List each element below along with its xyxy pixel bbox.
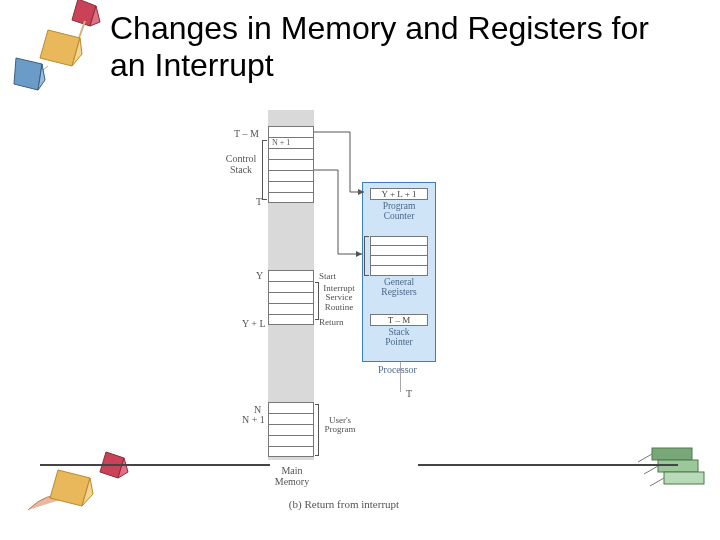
mem-slot xyxy=(268,303,314,314)
pc-label: Program Counter xyxy=(374,202,424,222)
mem-slot xyxy=(268,159,314,170)
mem-slot xyxy=(268,435,314,446)
label-isr: Interrupt Service Routine xyxy=(319,284,359,312)
mem-slot xyxy=(268,402,314,413)
mem-slot xyxy=(268,292,314,303)
mem-slot xyxy=(268,424,314,435)
svg-line-16 xyxy=(644,466,658,474)
mem-slot: N + 1 xyxy=(268,137,314,148)
svg-rect-13 xyxy=(658,460,698,472)
mem-slot xyxy=(268,281,314,292)
diagram: N + 1 T – M Control Stack T Y Start Inte… xyxy=(206,110,476,510)
mem-slot xyxy=(268,170,314,181)
svg-line-17 xyxy=(650,478,664,486)
figure-caption: (b) Return from interrupt xyxy=(244,498,444,510)
deco-top-left xyxy=(10,0,120,106)
label-user-prog: User's Program xyxy=(319,416,361,435)
label-return: Return xyxy=(319,317,344,327)
svg-marker-6 xyxy=(14,58,42,90)
mem-slot xyxy=(268,126,314,137)
mem-slot xyxy=(268,314,314,325)
label-n1: N + 1 xyxy=(242,414,265,425)
label-t: T xyxy=(256,196,262,207)
svg-rect-12 xyxy=(652,448,692,460)
mem-slot xyxy=(268,181,314,192)
label-start: Start xyxy=(319,271,336,281)
pc-register: Y + L + 1 xyxy=(370,188,428,200)
sp-label: Stack Pointer xyxy=(374,328,424,348)
t-output: T xyxy=(406,388,412,399)
main-memory-label: Main Memory xyxy=(266,466,318,487)
label-control-stack: Control Stack xyxy=(222,154,260,175)
deco-bottom-right xyxy=(622,440,712,510)
gr-label: General Registers xyxy=(374,278,424,298)
page-title: Changes in Memory and Registers for an I… xyxy=(110,10,670,84)
label-y-l: Y + L xyxy=(242,318,266,329)
mem-slot xyxy=(268,270,314,281)
svg-line-15 xyxy=(638,454,652,462)
svg-rect-14 xyxy=(664,472,704,484)
sp-register: T – M xyxy=(370,314,428,326)
mem-slot xyxy=(268,446,314,457)
mem-slot xyxy=(268,148,314,159)
label-y: Y xyxy=(256,270,263,281)
mem-slot xyxy=(268,192,314,203)
label-t-m: T – M xyxy=(234,128,259,139)
mem-slot xyxy=(268,413,314,424)
svg-marker-20 xyxy=(356,251,362,257)
